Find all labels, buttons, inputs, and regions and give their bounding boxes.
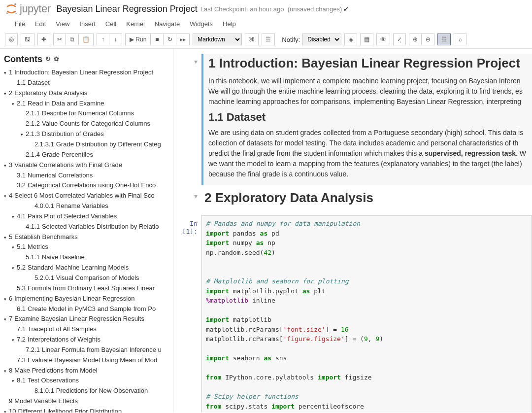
collapse-caret-icon[interactable]: ▾ bbox=[194, 58, 198, 66]
toc-item[interactable]: 7.1Traceplot of All Samples bbox=[4, 324, 171, 335]
menu-kernel[interactable]: Kernel bbox=[121, 18, 150, 30]
toc-number: 6.1 bbox=[17, 305, 26, 314]
fold-caret-icon[interactable]: ▾ bbox=[195, 219, 199, 227]
toc-item[interactable]: 6.1Create Model in PyMC3 and Sample from… bbox=[4, 304, 171, 314]
notify-select[interactable]: Disabled bbox=[302, 34, 341, 45]
toc-item[interactable]: ▾1Introduction: Bayesian Linear Regressi… bbox=[4, 68, 171, 78]
menu-cell[interactable]: Cell bbox=[100, 18, 121, 30]
toc-button[interactable]: ☰ bbox=[262, 34, 275, 45]
save-icon: 🖫 bbox=[25, 36, 31, 43]
menu-help[interactable]: Help bbox=[218, 18, 241, 30]
refresh-toc-icon[interactable]: ↻ bbox=[45, 55, 51, 64]
save-button[interactable]: ◎ bbox=[5, 34, 18, 45]
toc-item[interactable]: 4.0.0.1Rename Variables bbox=[4, 201, 171, 211]
paste-button[interactable]: 📋 bbox=[79, 34, 94, 45]
collapse-caret-icon[interactable]: ▾ bbox=[194, 192, 198, 200]
toc-item[interactable]: 5.3Formula from Ordinary Least Squares L… bbox=[4, 283, 171, 294]
toc-item[interactable]: ▾3Variable Correlations with Final Grade bbox=[4, 160, 171, 171]
menu-widgets[interactable]: Widgets bbox=[185, 18, 218, 30]
toc-caret-icon[interactable]: ▾ bbox=[12, 244, 17, 251]
code-snippets-button[interactable]: ▦ bbox=[360, 34, 373, 45]
toc-item[interactable]: ▾5Establish Benchmarks bbox=[4, 232, 171, 242]
toc-item[interactable]: 8.1.0.1Predictions for New Observation bbox=[4, 386, 171, 396]
toc-caret-icon[interactable]: ▾ bbox=[4, 368, 9, 375]
variable-inspector-button[interactable]: ◈ bbox=[344, 34, 357, 45]
spellcheck-button[interactable]: ✓̣ bbox=[393, 34, 406, 45]
menu-insert[interactable]: Insert bbox=[74, 18, 100, 30]
toc-caret-icon[interactable]: ▾ bbox=[12, 101, 17, 107]
toc-item[interactable]: 9Model Variable Effects bbox=[4, 396, 171, 407]
toc-item[interactable]: ▾2Exploratory Data Analysis bbox=[4, 88, 171, 99]
menu-file[interactable]: File bbox=[10, 18, 30, 30]
zoom-in-button[interactable]: ⊕ bbox=[409, 34, 422, 45]
run-button[interactable]: ▶ Run bbox=[125, 34, 151, 45]
interrupt-button[interactable]: ■ bbox=[151, 34, 164, 45]
menu-navigate[interactable]: Navigate bbox=[150, 18, 185, 30]
zoom-out-button[interactable]: ⊖ bbox=[422, 34, 434, 45]
toc2-button[interactable]: ☷ bbox=[437, 34, 451, 45]
markdown-cell[interactable]: ▾ 2 Exploratory Data Analysis bbox=[174, 188, 532, 212]
code-cell[interactable]: In [1]: ▾ # Pandas and numpy for data ma… bbox=[174, 215, 532, 413]
toc-item[interactable]: ▾10Different Likelihood Prior Distributi… bbox=[4, 407, 171, 413]
toc-text: Implementing Bayesian Linear Regression bbox=[14, 294, 134, 304]
toc-caret-icon[interactable]: ▾ bbox=[12, 337, 17, 344]
toc-caret-icon[interactable]: ▾ bbox=[12, 378, 17, 384]
toc-caret-icon[interactable]: ▾ bbox=[4, 409, 9, 413]
toc-item[interactable]: ▾5.1Metrics bbox=[4, 242, 171, 252]
toc-item[interactable]: ▾7Examine Bayesian Linear Regression Res… bbox=[4, 314, 171, 324]
toc-item[interactable]: ▾2.1.3Distribution of Grades bbox=[4, 129, 171, 139]
toc-item[interactable]: ▾4.1Pairs Plot of Selected Variables bbox=[4, 211, 171, 222]
toc-item[interactable]: 5.1.1Naive Baseline bbox=[4, 252, 171, 263]
toc-item[interactable]: ▾8Make Predictions from Model bbox=[4, 366, 171, 376]
menu-edit[interactable]: Edit bbox=[30, 18, 51, 30]
toc-caret-icon[interactable]: ▾ bbox=[4, 296, 9, 303]
toc-item[interactable]: 7.2.1Linear Formula from Bayesian Infere… bbox=[4, 345, 171, 355]
restart-run-all-button[interactable]: ▸▸ bbox=[176, 34, 190, 45]
heading-2: 1.1 Dataset bbox=[208, 111, 532, 124]
move-down-button[interactable]: ↓ bbox=[109, 34, 122, 45]
restart-button[interactable]: ↻ bbox=[164, 34, 176, 45]
settings-toc-icon[interactable]: ✿ bbox=[54, 55, 59, 64]
toc-item[interactable]: 3.1Numerical Correlations bbox=[4, 171, 171, 181]
toc-caret-icon[interactable]: ▾ bbox=[4, 70, 9, 76]
toc-caret-icon[interactable]: ▾ bbox=[4, 163, 9, 169]
copy-button[interactable]: ⧉ bbox=[66, 34, 79, 45]
notebook-title[interactable]: Bayesian Linear Regression Project bbox=[57, 4, 198, 14]
toc-item[interactable]: ▾2.1Read in Data and Examine bbox=[4, 99, 171, 109]
toc-item[interactable]: 7.3Evaluate Bayesian Model Using Mean of… bbox=[4, 355, 171, 366]
autopep8-button[interactable]: ⌕ bbox=[454, 34, 466, 45]
jupyter-logo[interactable]: jupyter bbox=[5, 2, 51, 15]
toc-item[interactable]: 2.1.2Value Counts for Categorical Column… bbox=[4, 119, 171, 129]
toc-item[interactable]: ▾6Implementing Bayesian Linear Regressio… bbox=[4, 294, 171, 304]
toc-item[interactable]: ▾8.1Test Observations bbox=[4, 376, 171, 386]
toc-item[interactable]: 2.1.1Describe for Numerical Columns bbox=[4, 108, 171, 119]
toc-caret-icon[interactable]: ▾ bbox=[4, 193, 9, 200]
toc-item[interactable]: 2.1.3.1Grade Distribution by Different C… bbox=[4, 139, 171, 150]
markdown-cell[interactable]: ▾ 1 Introduction: Bayesian Linear Regres… bbox=[174, 54, 532, 185]
toc-item[interactable]: 5.2.0.1Visual Comparison of Models bbox=[4, 273, 171, 283]
toc-item[interactable]: 4.1.1Selected Variables Distribution by … bbox=[4, 222, 171, 232]
hide-input-button[interactable]: 👁 bbox=[376, 34, 390, 45]
celltype-select[interactable]: Markdown bbox=[193, 34, 242, 45]
insert-cell-button[interactable]: ✚ bbox=[37, 34, 50, 45]
toc-item[interactable]: ▾4Select 6 Most Correlated Variables wit… bbox=[4, 191, 171, 201]
toc-item[interactable]: ▾5.2Standard Machine Learning Models bbox=[4, 263, 171, 273]
toc-caret-icon[interactable]: ▾ bbox=[4, 235, 9, 241]
cut-button[interactable]: ✂ bbox=[53, 34, 66, 45]
toc-number: 8 bbox=[9, 366, 12, 376]
toc-item[interactable]: 2.1.4Grade Percentiles bbox=[4, 150, 171, 160]
move-up-button[interactable]: ↑ bbox=[97, 34, 109, 45]
toc-item[interactable]: 1.1Dataset bbox=[4, 78, 171, 88]
toc-caret-icon[interactable]: ▾ bbox=[12, 214, 17, 220]
toc-caret-icon[interactable]: ▾ bbox=[4, 316, 9, 323]
toc-caret-icon[interactable]: ▾ bbox=[21, 132, 26, 138]
toc-item[interactable]: ▾7.2Interpretations of Weights bbox=[4, 335, 171, 345]
toc-item[interactable]: 3.2Categorical Correlations using One-Ho… bbox=[4, 180, 171, 191]
code-editor[interactable]: ▾ # Pandas and numpy for data manipulati… bbox=[201, 215, 532, 413]
command-palette-button[interactable]: ⌘ bbox=[245, 34, 259, 45]
toc-caret-icon[interactable]: ▾ bbox=[12, 265, 17, 272]
toc-text: Model Variable Effects bbox=[14, 397, 78, 406]
toc-caret-icon[interactable]: ▾ bbox=[4, 91, 9, 97]
menu-view[interactable]: View bbox=[51, 18, 74, 30]
save-notebook-button[interactable]: 🖫 bbox=[21, 34, 34, 45]
